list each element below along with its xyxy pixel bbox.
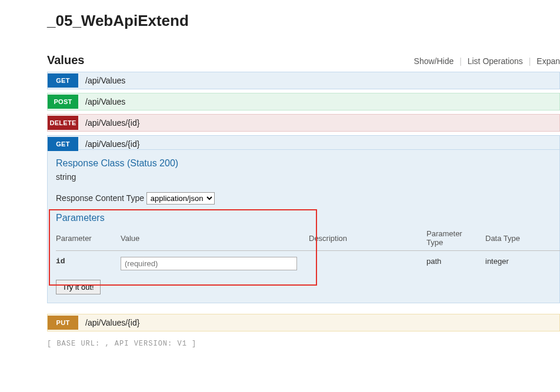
- operation-path: /api/Values/{id}: [85, 318, 139, 327]
- section-title[interactable]: Values: [47, 53, 84, 67]
- method-badge-delete: DELETE: [48, 116, 78, 130]
- method-badge-post: POST: [48, 95, 78, 109]
- operation-path: /api/Values: [85, 76, 125, 85]
- param-name: id: [56, 251, 121, 273]
- list-operations-link[interactable]: List Operations: [468, 56, 523, 66]
- param-value-input[interactable]: [121, 257, 297, 270]
- table-row: id path integer: [56, 251, 560, 273]
- expand-link[interactable]: Expan: [536, 56, 560, 66]
- separator: |: [459, 56, 462, 66]
- separator: |: [529, 56, 531, 66]
- param-description: [309, 251, 426, 273]
- page-title: _05_WebApiExtend: [47, 12, 560, 30]
- col-description: Description: [309, 227, 426, 251]
- showhide-link[interactable]: Show/Hide: [414, 56, 454, 66]
- col-param-type: Parameter Type: [426, 227, 485, 251]
- response-type: string: [56, 172, 551, 182]
- content-type-label: Response Content Type: [56, 193, 144, 203]
- section-actions: Show/Hide | List Operations | Expan: [414, 56, 560, 66]
- operation-path: /api/Values/{id}: [85, 118, 139, 128]
- try-it-out-button[interactable]: Try it out!: [56, 280, 101, 294]
- col-parameter: Parameter: [56, 227, 121, 251]
- operation-path: /api/Values/{id}: [85, 139, 139, 149]
- content-type-select[interactable]: application/json: [146, 192, 215, 205]
- operation-row[interactable]: GET /api/Values: [47, 72, 560, 89]
- operation-row[interactable]: DELETE /api/Values/{id}: [47, 114, 560, 132]
- method-badge-get: GET: [48, 73, 78, 88]
- parameters-section: Parameters Parameter Value Description P…: [56, 213, 551, 294]
- param-type: path: [426, 251, 485, 273]
- operation-row[interactable]: POST /api/Values: [47, 93, 560, 110]
- footer-info: [ base url: , api version: v1 ]: [47, 340, 560, 348]
- method-badge-get: GET: [48, 137, 78, 151]
- parameters-heading: Parameters: [56, 213, 551, 223]
- col-value: Value: [121, 227, 309, 251]
- operation-row[interactable]: PUT /api/Values/{id}: [47, 314, 560, 331]
- param-data-type: integer: [485, 251, 560, 273]
- method-badge-put: PUT: [48, 316, 78, 330]
- response-class-label: Response Class (Status 200): [56, 158, 551, 169]
- operation-body: Response Class (Status 200) string Respo…: [47, 149, 560, 303]
- col-data-type: Data Type: [485, 227, 560, 251]
- parameters-table: Parameter Value Description Parameter Ty…: [56, 227, 560, 273]
- operation-path: /api/Values: [85, 97, 125, 106]
